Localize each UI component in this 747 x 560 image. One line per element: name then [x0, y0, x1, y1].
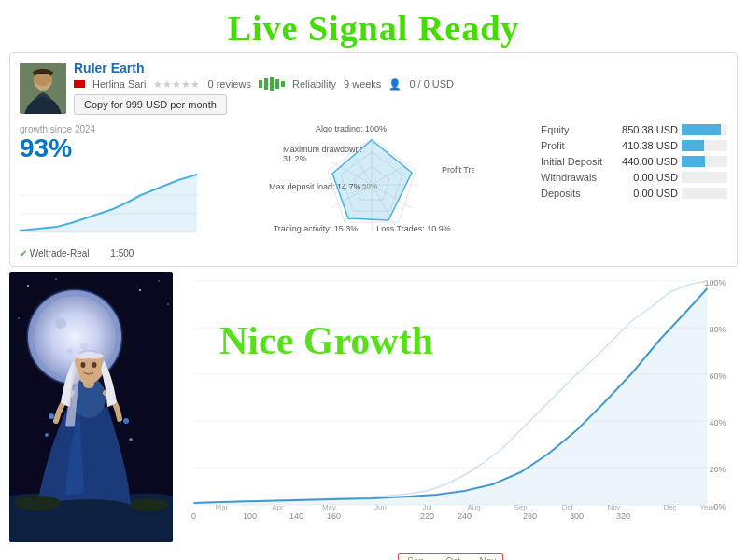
- reliability-bars: [259, 77, 285, 91]
- svg-text:0%: 0%: [713, 502, 726, 511]
- person-icon: 👤: [388, 78, 402, 91]
- leverage: 1:500: [110, 248, 134, 259]
- svg-text:Algo trading: 100%: Algo trading: 100%: [315, 124, 386, 133]
- month-nov: Nov 21.5: [479, 556, 497, 560]
- stat-row-deposit: Initial Deposit 440.00 USD: [541, 156, 727, 167]
- svg-text:220: 220: [420, 511, 434, 521]
- radar-chart: 50% Algo trading: 100% Profit Trades: 89…: [269, 124, 474, 245]
- svg-point-44: [92, 362, 97, 368]
- svg-text:0: 0: [191, 511, 196, 521]
- flag-icon: [74, 80, 85, 88]
- reliability-label: Reliability: [292, 78, 336, 90]
- svg-text:280: 280: [523, 511, 537, 521]
- svg-text:Year: Year: [699, 503, 715, 511]
- chart-area: Nice Growth 100% 80% 60% 40% 20% 0%: [173, 272, 738, 552]
- svg-text:Dec: Dec: [663, 503, 676, 511]
- svg-text:Loss Trades: 10.9%: Loss Trades: 10.9%: [376, 224, 451, 233]
- reviews-count: 0 reviews: [207, 78, 250, 90]
- deposit-label: Initial Deposit: [541, 156, 620, 167]
- svg-point-48: [129, 438, 133, 441]
- signal-card: Ruler Earth Herlina Sari ★★★★★ 0 reviews…: [9, 52, 738, 267]
- profile-name: Ruler Earth: [74, 61, 727, 76]
- page-header: Live Signal Ready: [0, 0, 747, 52]
- svg-text:Jul: Jul: [422, 503, 431, 511]
- profile-meta: Herlina Sari ★★★★★ 0 reviews Reliability…: [74, 77, 727, 91]
- svg-text:Mar: Mar: [216, 503, 229, 511]
- deposit-bar-fill: [682, 156, 705, 167]
- mini-chart: [20, 167, 197, 242]
- card-body: growth since 2024 93% ✔ Weltrade-Real 1:…: [20, 124, 727, 259]
- month-sep: Sep 18.19: [404, 556, 428, 560]
- svg-text:240: 240: [458, 511, 472, 521]
- svg-text:100: 100: [243, 511, 257, 521]
- profit-bar-fill: [682, 140, 704, 151]
- svg-text:100%: 100%: [704, 278, 726, 287]
- star-rating: ★★★★★: [153, 78, 200, 91]
- svg-text:40%: 40%: [709, 418, 726, 427]
- month-oct: Oct 34.59: [442, 556, 465, 560]
- svg-text:Aug: Aug: [467, 503, 480, 511]
- bottom-row: 2024 How Sep 18.19 Oct 34.59 Nov 21.5 To…: [9, 553, 738, 560]
- stat-row-deposits: Deposits 0.00 USD: [541, 188, 727, 199]
- withdrawals-value: 0.00 USD: [620, 172, 678, 183]
- svg-text:Nov: Nov: [607, 503, 620, 511]
- svg-text:140: 140: [289, 511, 303, 521]
- stat-row-equity: Equity 850.38 USD: [541, 124, 727, 135]
- growth-chart: 100% 80% 60% 40% 20% 0% 0 100 140 16: [182, 272, 738, 524]
- svg-point-28: [139, 289, 141, 291]
- svg-text:Apr: Apr: [272, 503, 284, 511]
- equity-label: Equity: [541, 124, 620, 135]
- check-icon: ✔: [20, 248, 27, 259]
- svg-text:31.2%: 31.2%: [283, 154, 307, 163]
- broker-info: ✔ Weltrade-Real 1:500: [20, 248, 202, 259]
- deposits-value: 0.00 USD: [620, 188, 678, 199]
- growth-section: growth since 2024 93% ✔ Weltrade-Real 1:…: [20, 124, 202, 259]
- radar-section: 50% Algo trading: 100% Profit Trades: 89…: [206, 124, 536, 259]
- nice-growth-title: Nice Growth: [219, 318, 433, 363]
- svg-point-47: [123, 418, 129, 424]
- stats-section: Equity 850.38 USD Profit 410.38 USD Init…: [541, 124, 727, 259]
- svg-point-36: [67, 348, 73, 354]
- withdrawals-label: Withdrawals: [541, 172, 620, 183]
- svg-text:May: May: [322, 503, 336, 511]
- svg-text:320: 320: [616, 511, 630, 521]
- stat-row-profit: Profit 410.38 USD: [541, 140, 727, 151]
- svg-text:50%: 50%: [362, 182, 377, 190]
- svg-text:Oct: Oct: [561, 503, 573, 511]
- profit-value: 410.38 USD: [620, 140, 678, 151]
- deposits-label: Deposits: [541, 188, 620, 199]
- profit-label: Profit: [541, 140, 620, 151]
- svg-point-26: [27, 285, 29, 287]
- withdrawals-bar: [682, 172, 727, 183]
- svg-point-35: [80, 343, 88, 350]
- deposits-bar: [682, 188, 727, 199]
- page-title: Live Signal Ready: [0, 7, 747, 49]
- equity-bar: [682, 124, 727, 135]
- svg-text:Trading activity: 15.3%: Trading activity: 15.3%: [273, 224, 358, 233]
- deposit-bar: [682, 156, 727, 167]
- growth-percent: 93%: [20, 134, 202, 163]
- avatar: [20, 63, 66, 114]
- bottom-section: Nice Growth 100% 80% 60% 40% 20% 0%: [9, 272, 738, 552]
- svg-point-29: [158, 280, 160, 282]
- avatar-image: [20, 63, 66, 114]
- svg-text:60%: 60%: [709, 371, 726, 381]
- svg-point-50: [131, 498, 168, 511]
- svg-point-43: [81, 362, 86, 368]
- svg-text:Max deposit load: 14.7%: Max deposit load: 14.7%: [269, 182, 361, 191]
- svg-point-49: [14, 496, 61, 511]
- svg-text:Jun: Jun: [374, 503, 387, 511]
- svg-point-46: [45, 433, 49, 437]
- svg-text:160: 160: [327, 511, 341, 521]
- monthly-table: Sep 18.19 Oct 34.59 Nov 21.5: [398, 553, 504, 560]
- nov-label: Nov: [479, 556, 497, 560]
- svg-text:Sep: Sep: [514, 503, 528, 511]
- svg-point-34: [55, 317, 66, 329]
- equity-value: 850.38 USD: [620, 124, 678, 135]
- copy-button[interactable]: Copy for 999 USD per month: [74, 94, 227, 115]
- balance-label: 0 / 0 USD: [409, 78, 454, 90]
- author-name: Herlina Sari: [92, 78, 146, 90]
- svg-text:20%: 20%: [709, 465, 726, 474]
- equity-bar-fill: [682, 124, 721, 135]
- svg-point-30: [167, 303, 168, 304]
